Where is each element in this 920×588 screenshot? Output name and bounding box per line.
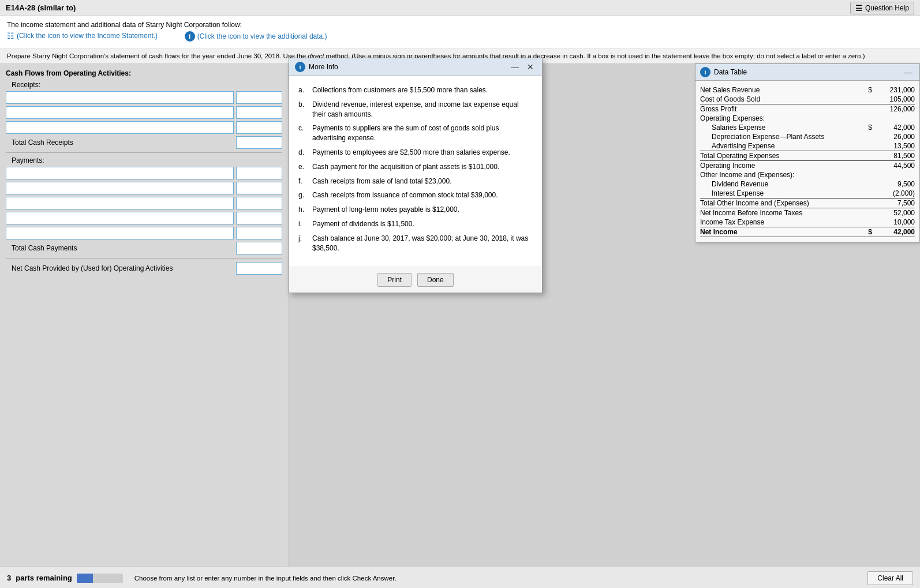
dt-label: Net Sales Revenue — [700, 86, 857, 94]
item-text: Payment of long-term notes payable is $1… — [312, 205, 459, 215]
data-table-row: Gross Profit126,000 — [700, 104, 915, 114]
dt-label: Operating Income — [700, 162, 857, 170]
dt-label: Total Operating Expenses — [700, 152, 857, 160]
dt-value: (2,000) — [874, 189, 915, 197]
data-table-row: Operating Expenses: — [700, 114, 915, 123]
item-text: Dividend revenue, interest expense, and … — [312, 100, 533, 119]
modal-item: b.Dividend revenue, interest expense, an… — [298, 100, 533, 119]
modal-item: a.Collections from customers are $15,500… — [298, 85, 533, 95]
modal-item: h.Payment of long-term notes payable is … — [298, 205, 533, 215]
item-letter: f. — [298, 177, 308, 186]
modal-item: e.Cash payment for the acquisition of pl… — [298, 162, 533, 172]
print-button[interactable]: Print — [377, 273, 412, 287]
modal-header-controls: — ✕ — [508, 62, 536, 72]
dt-value: 13,500 — [874, 142, 915, 150]
data-table-minimize-button[interactable]: — — [902, 68, 915, 77]
item-letter: h. — [298, 205, 308, 215]
dt-value: 81,500 — [874, 152, 915, 160]
more-info-modal: i More Info — ✕ a.Collections from custo… — [289, 58, 543, 293]
dt-label: Net Income Before Income Taxes — [700, 209, 857, 217]
modal-item: f.Cash receipts from sale of land total … — [298, 177, 533, 186]
data-table-row: Salaries Expense$42,000 — [700, 123, 915, 132]
modal-item: j.Cash balance at June 30, 2017, was $20… — [298, 234, 533, 253]
data-table-row: Advertising Expense13,500 — [700, 141, 915, 151]
modal-close-button[interactable]: ✕ — [525, 62, 536, 72]
item-text: Payment of dividends is $11,500. — [312, 219, 414, 229]
done-button[interactable]: Done — [417, 273, 454, 287]
data-table-row: Total Other Income and (Expenses)7,500 — [700, 199, 915, 208]
dt-label: Total Other Income and (Expenses) — [700, 199, 857, 207]
item-text: Cash receipts from sale of land total $2… — [312, 177, 451, 186]
data-table-row: Depreciation Expense—Plant Assets26,000 — [700, 132, 915, 141]
dt-value: 7,500 — [874, 199, 915, 207]
modal-minimize-button[interactable]: — — [508, 62, 521, 72]
dt-dollar: $ — [863, 86, 872, 94]
dt-value: 42,000 — [874, 228, 915, 236]
item-text: Cash receipts from issuance of common st… — [312, 190, 498, 200]
modal-header: i More Info — ✕ — [289, 58, 542, 76]
modal-item: g.Cash receipts from issuance of common … — [298, 190, 533, 200]
dt-dollar: $ — [863, 123, 872, 132]
dt-label: Other Income and (Expenses): — [700, 171, 857, 179]
dt-value: 231,000 — [874, 86, 915, 94]
item-letter: i. — [298, 219, 308, 229]
dt-label: Depreciation Expense—Plant Assets — [700, 133, 857, 141]
item-letter: j. — [298, 234, 308, 253]
modal-item: d.Payments to employees are $2,500 more … — [298, 148, 533, 158]
data-table-row: Net Income$42,000 — [700, 227, 915, 237]
dt-value: 9,500 — [874, 180, 915, 188]
dt-value: 126,000 — [874, 105, 915, 113]
dt-label: Salaries Expense — [700, 123, 857, 132]
dt-label: Cost of Goods Sold — [700, 95, 857, 103]
dt-value: 42,000 — [874, 123, 915, 132]
modal-title: More Info — [309, 63, 338, 71]
dt-label: Interest Expense — [700, 189, 857, 197]
dt-value: 105,000 — [874, 95, 915, 103]
dt-label: Advertising Expense — [700, 142, 857, 150]
data-table-row: Dividend Revenue9,500 — [700, 179, 915, 189]
modal-overlay: i More Info — ✕ a.Collections from custo… — [0, 0, 920, 588]
item-letter: d. — [298, 148, 308, 158]
data-table-info-icon: i — [700, 67, 710, 77]
data-table-row: Operating Income44,500 — [700, 161, 915, 170]
modal-item: i.Payment of dividends is $11,500. — [298, 219, 533, 229]
dt-value — [874, 114, 915, 122]
data-table-content: Net Sales Revenue$231,000Cost of Goods S… — [695, 81, 919, 242]
item-letter: a. — [298, 85, 308, 95]
modal-body: a.Collections from customers are $15,500… — [289, 76, 542, 267]
data-table-row: Other Income and (Expenses): — [700, 170, 915, 179]
dt-label: Operating Expenses: — [700, 114, 857, 122]
dt-value: 10,000 — [874, 218, 915, 226]
data-table-row: Interest Expense(2,000) — [700, 189, 915, 199]
data-table-row: Income Tax Expense10,000 — [700, 218, 915, 227]
dt-value: 26,000 — [874, 133, 915, 141]
data-table-panel-header: i Data Table — — [695, 64, 919, 81]
data-table-panel: i Data Table — Net Sales Revenue$231,000… — [695, 63, 920, 242]
item-text: Collections from customers are $15,500 m… — [312, 85, 488, 95]
item-text: Cash payment for the acquisition of plan… — [312, 162, 499, 172]
dt-label: Dividend Revenue — [700, 180, 857, 188]
item-letter: g. — [298, 190, 308, 200]
dt-value — [874, 171, 915, 179]
dt-dollar: $ — [863, 228, 872, 236]
modal-footer: Print Done — [289, 267, 542, 293]
item-text: Payments to employees are $2,500 more th… — [312, 148, 510, 158]
data-table-row: Total Operating Expenses81,500 — [700, 151, 915, 161]
data-table-row: Cost of Goods Sold105,000 — [700, 95, 915, 104]
item-letter: b. — [298, 100, 308, 119]
dt-label: Income Tax Expense — [700, 218, 857, 226]
item-letter: e. — [298, 162, 308, 172]
modal-info-icon: i — [295, 62, 305, 72]
modal-header-left: i More Info — [295, 62, 338, 72]
dt-value: 52,000 — [874, 209, 915, 217]
item-letter: c. — [298, 123, 308, 143]
dt-value: 44,500 — [874, 162, 915, 170]
data-table-row: Net Sales Revenue$231,000 — [700, 85, 915, 95]
item-text: Cash balance at June 30, 2017, was $20,0… — [312, 234, 533, 253]
dt-label: Gross Profit — [700, 105, 857, 113]
item-text: Payments to suppliers are the sum of cos… — [312, 123, 533, 143]
data-table-row: Net Income Before Income Taxes52,000 — [700, 208, 915, 218]
data-table-title: Data Table — [714, 68, 747, 76]
modal-item: c.Payments to suppliers are the sum of c… — [298, 123, 533, 143]
dt-label: Net Income — [700, 228, 857, 236]
